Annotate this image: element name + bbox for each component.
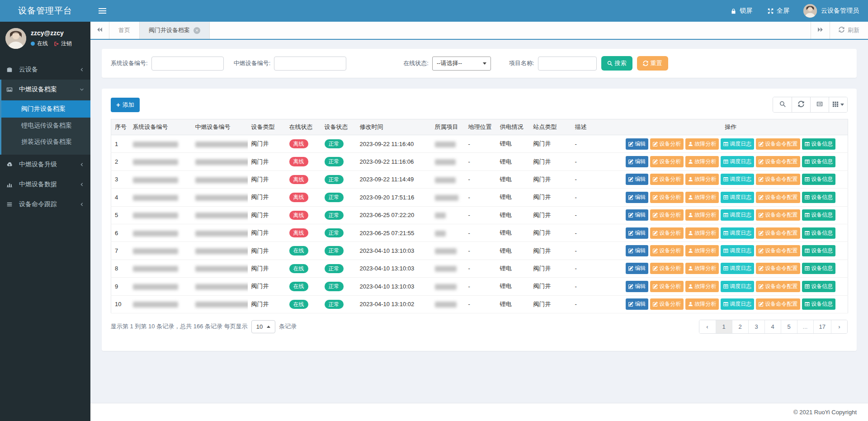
fault-analysis-button[interactable]: 故障分析 bbox=[685, 227, 719, 239]
device-info-button[interactable]: 设备信息 bbox=[802, 138, 835, 150]
page-button[interactable]: 17 bbox=[813, 320, 831, 333]
dispatch-log-button[interactable]: 调度日志 bbox=[721, 174, 754, 185]
device-analysis-button[interactable]: 设备分析 bbox=[650, 263, 684, 274]
edit-button[interactable]: 编辑 bbox=[626, 174, 648, 185]
zr-device-no-input[interactable] bbox=[274, 57, 346, 71]
fault-analysis-button[interactable]: 故障分析 bbox=[685, 192, 719, 203]
columns-button[interactable] bbox=[829, 97, 847, 112]
page-button[interactable]: 4 bbox=[764, 320, 781, 333]
sidebar-item-zr-device-archive[interactable]: 中燃设备档案 bbox=[1, 80, 90, 99]
dispatch-log-button[interactable]: 调度日志 bbox=[721, 138, 754, 150]
device-analysis-button[interactable]: 设备分析 bbox=[650, 227, 684, 239]
close-icon[interactable]: × bbox=[193, 27, 200, 34]
device-command-config-button[interactable]: 设备命令配置 bbox=[756, 263, 800, 274]
sidebar-item-device-data[interactable]: 中燃设备数据 bbox=[0, 175, 90, 194]
page-size-select[interactable]: 10 bbox=[251, 320, 275, 333]
fault-analysis-button[interactable]: 故障分析 bbox=[685, 245, 719, 256]
tabs-scroll-left-button[interactable] bbox=[90, 22, 109, 39]
fault-analysis-button[interactable]: 故障分析 bbox=[685, 138, 719, 150]
device-command-config-button[interactable]: 设备命令配置 bbox=[756, 156, 800, 167]
device-analysis-button[interactable]: 设备分析 bbox=[650, 174, 684, 185]
fault-analysis-button[interactable]: 故障分析 bbox=[685, 174, 719, 185]
edit-button[interactable]: 编辑 bbox=[626, 138, 648, 150]
sidebar-item-lithium-remote-archive[interactable]: 锂电远传设备档案 bbox=[1, 118, 90, 134]
tab-home[interactable]: 首页 bbox=[109, 22, 140, 39]
device-info-button[interactable]: 设备信息 bbox=[802, 174, 835, 185]
fault-analysis-button[interactable]: 故障分析 bbox=[685, 209, 719, 221]
dispatch-log-button[interactable]: 调度日志 bbox=[721, 298, 754, 310]
refresh-tab-button[interactable]: 刷新 bbox=[830, 22, 868, 39]
device-info-button[interactable]: 设备信息 bbox=[802, 209, 835, 221]
dispatch-log-button[interactable]: 调度日志 bbox=[721, 281, 754, 292]
show-search-button[interactable] bbox=[773, 97, 792, 112]
sidebar-toggle-button[interactable] bbox=[90, 0, 114, 22]
device-command-config-button[interactable]: 设备命令配置 bbox=[756, 281, 800, 292]
device-analysis-button[interactable]: 设备分析 bbox=[650, 245, 684, 256]
dispatch-log-button[interactable]: 调度日志 bbox=[721, 156, 754, 167]
device-command-config-button[interactable]: 设备命令配置 bbox=[756, 227, 800, 239]
device-analysis-button[interactable]: 设备分析 bbox=[650, 281, 684, 292]
reset-button[interactable]: 重置 bbox=[637, 56, 668, 71]
sidebar-item-cloud-device[interactable]: 云设备 bbox=[0, 60, 90, 80]
device-info-button[interactable]: 设备信息 bbox=[802, 263, 835, 274]
next-page-button[interactable]: › bbox=[831, 320, 847, 333]
device-info-button[interactable]: 设备信息 bbox=[802, 156, 835, 167]
page-button[interactable]: 1 bbox=[716, 320, 732, 333]
fault-analysis-button[interactable]: 故障分析 bbox=[685, 298, 719, 310]
dispatch-log-button[interactable]: 调度日志 bbox=[721, 192, 754, 203]
project-name-input[interactable] bbox=[538, 57, 597, 71]
edit-button[interactable]: 编辑 bbox=[626, 227, 648, 239]
device-info-button[interactable]: 设备信息 bbox=[802, 192, 835, 203]
system-device-no-input[interactable] bbox=[151, 57, 224, 71]
device-info-button[interactable]: 设备信息 bbox=[802, 227, 835, 239]
edit-button[interactable]: 编辑 bbox=[626, 156, 648, 167]
sidebar-item-assembled-remote-archive[interactable]: 拼装远传设备档案 bbox=[1, 134, 90, 150]
sidebar-item-valve-well-archive[interactable]: 阀门井设备档案 bbox=[1, 100, 90, 118]
edit-button[interactable]: 编辑 bbox=[626, 281, 648, 292]
fullscreen-button[interactable]: 全屏 bbox=[760, 0, 797, 22]
prev-page-button[interactable]: ‹ bbox=[699, 320, 716, 333]
device-analysis-button[interactable]: 设备分析 bbox=[650, 192, 684, 203]
edit-button[interactable]: 编辑 bbox=[626, 209, 648, 221]
fault-analysis-button[interactable]: 故障分析 bbox=[685, 281, 719, 292]
device-info-button[interactable]: 设备信息 bbox=[802, 245, 835, 256]
edit-button[interactable]: 编辑 bbox=[626, 245, 648, 256]
device-info-button[interactable]: 设备信息 bbox=[802, 298, 835, 310]
detail-view-button[interactable] bbox=[810, 97, 829, 112]
page-button[interactable]: 3 bbox=[748, 320, 764, 333]
sidebar-item-device-command-trace[interactable]: 设备命令跟踪 bbox=[0, 194, 90, 214]
page-button[interactable]: 5 bbox=[781, 320, 797, 333]
device-command-config-button[interactable]: 设备命令配置 bbox=[756, 138, 800, 150]
device-command-config-button[interactable]: 设备命令配置 bbox=[756, 174, 800, 185]
user-menu[interactable]: 云设备管理员 bbox=[797, 0, 868, 22]
device-analysis-button[interactable]: 设备分析 bbox=[650, 298, 684, 310]
user-avatar[interactable] bbox=[5, 28, 26, 49]
device-command-config-button[interactable]: 设备命令配置 bbox=[756, 245, 800, 256]
edit-button[interactable]: 编辑 bbox=[626, 192, 648, 203]
online-status-select[interactable]: --请选择-- bbox=[432, 57, 491, 71]
edit-button[interactable]: 编辑 bbox=[626, 298, 648, 310]
dispatch-log-button[interactable]: 调度日志 bbox=[721, 245, 754, 256]
sidebar-item-device-upgrade[interactable]: 中燃设备升级 bbox=[0, 155, 90, 175]
add-button[interactable]: + 添加 bbox=[111, 98, 140, 112]
device-command-config-button[interactable]: 设备命令配置 bbox=[756, 192, 800, 203]
fault-analysis-button[interactable]: 故障分析 bbox=[685, 263, 719, 274]
device-analysis-button[interactable]: 设备分析 bbox=[650, 209, 684, 221]
device-command-config-button[interactable]: 设备命令配置 bbox=[756, 298, 800, 310]
lock-screen-button[interactable]: 锁屏 bbox=[723, 0, 760, 22]
dispatch-log-button[interactable]: 调度日志 bbox=[721, 209, 754, 221]
device-info-button[interactable]: 设备信息 bbox=[802, 281, 835, 292]
page-button[interactable]: 2 bbox=[732, 320, 748, 333]
device-analysis-button[interactable]: 设备分析 bbox=[650, 138, 684, 150]
refresh-table-button[interactable] bbox=[792, 97, 810, 112]
fault-analysis-button[interactable]: 故障分析 bbox=[685, 156, 719, 167]
tabs-scroll-right-button[interactable] bbox=[811, 22, 830, 39]
search-button[interactable]: 搜索 bbox=[601, 56, 632, 71]
edit-button[interactable]: 编辑 bbox=[626, 263, 648, 274]
dispatch-log-button[interactable]: 调度日志 bbox=[721, 263, 754, 274]
device-analysis-button[interactable]: 设备分析 bbox=[650, 156, 684, 167]
tab-valve-well-archive[interactable]: 阀门井设备档案 × bbox=[140, 22, 210, 39]
logout-link[interactable]: 注销 bbox=[54, 40, 72, 47]
dispatch-log-button[interactable]: 调度日志 bbox=[721, 227, 754, 239]
device-command-config-button[interactable]: 设备命令配置 bbox=[756, 209, 800, 221]
